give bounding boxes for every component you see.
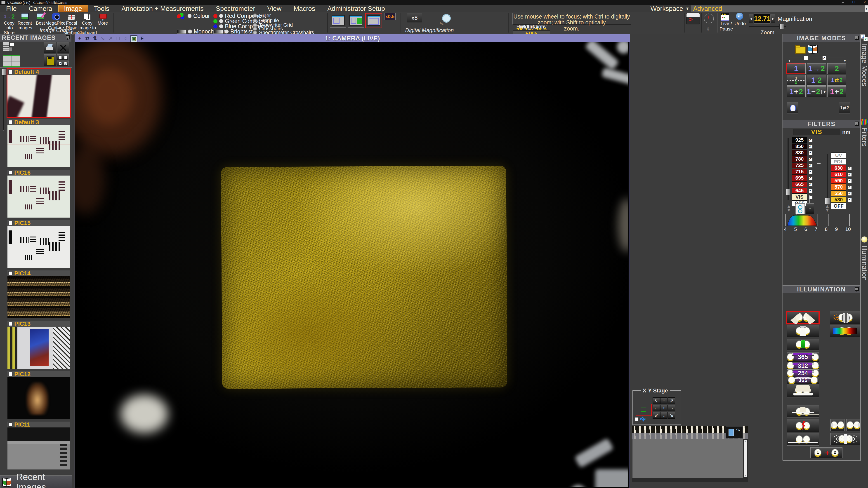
ir-filter-slider-knob[interactable]	[786, 189, 791, 195]
illumination-button[interactable]	[786, 405, 819, 418]
thumbnail-checkbox[interactable]	[8, 70, 12, 74]
filter-band[interactable]: 780	[792, 156, 807, 162]
menu-item[interactable]: Macros	[287, 5, 321, 12]
gold-specimen[interactable]	[221, 166, 507, 389]
filter-checkbox[interactable]	[848, 166, 852, 170]
filter-band[interactable]: OFF	[831, 203, 846, 209]
thumbnail-checkbox[interactable]	[8, 170, 12, 175]
stage-e[interactable]: →	[668, 404, 675, 412]
vis-filter-step-buttons[interactable]: ▲▼	[825, 204, 830, 212]
filter-checkbox[interactable]	[809, 170, 813, 174]
thumbnail-image[interactable]	[7, 427, 70, 469]
filter-band[interactable]: 925	[792, 137, 807, 143]
overview-body[interactable]	[632, 439, 743, 478]
menu-item[interactable]: Spectrometer	[210, 5, 261, 12]
magnification-value-box[interactable]: 12.71 ▼	[754, 13, 770, 24]
image-mode-button[interactable]: 1⇄2	[827, 75, 846, 86]
menu-item[interactable]: Image	[58, 5, 88, 13]
filter-band[interactable]: UV	[831, 153, 846, 158]
hand-pan-button[interactable]	[786, 102, 798, 113]
capture-overview-button[interactable]	[725, 426, 743, 438]
ir-filter-step-buttons[interactable]: ▲▼	[786, 204, 791, 212]
vis-filter-slider-track[interactable]	[827, 154, 828, 203]
menu-item[interactable]: Camera	[23, 5, 58, 12]
menu-item[interactable]: Administrator Setup	[321, 5, 391, 12]
filter-band[interactable]: 695	[792, 175, 807, 181]
filter-band[interactable]: 715	[792, 169, 807, 175]
colour-radio[interactable]	[187, 14, 192, 18]
menu-item[interactable]: View	[261, 5, 287, 12]
filter-band[interactable]: 665	[792, 182, 807, 187]
minimize-button[interactable]: –	[842, 0, 844, 4]
filter-checkbox[interactable]	[809, 176, 813, 180]
screen-zoom-button[interactable]: x0.5	[384, 13, 396, 20]
route-checkbox-2[interactable]	[822, 56, 827, 60]
uncheck-all-button[interactable]	[57, 55, 69, 60]
stage-nw[interactable]: ↖	[653, 397, 660, 404]
live-pause-icon[interactable]	[721, 13, 729, 21]
filter-band[interactable]: 590	[831, 178, 846, 184]
magnification-increase-button[interactable]: ▶	[771, 14, 775, 23]
dial-spinner[interactable]: ▲▼	[707, 26, 710, 31]
toolbar-button[interactable]: More	[95, 13, 111, 35]
illumination-button[interactable]: 254	[786, 369, 819, 377]
filter-checkbox[interactable]	[809, 138, 813, 142]
maximize-button[interactable]: □	[852, 0, 855, 4]
digital-magnification-option[interactable]: x8	[407, 13, 422, 23]
pin-icon[interactable]	[854, 121, 859, 126]
stage-home[interactable]: +	[660, 404, 668, 412]
illumination-button[interactable]	[786, 311, 819, 324]
recent-images-footer[interactable]: Recent Images	[0, 475, 72, 488]
illumination-button[interactable]	[786, 339, 819, 350]
Default 4[interactable]: Default 4	[7, 69, 70, 117]
filter-checkbox[interactable]	[809, 145, 813, 149]
filter-checkbox[interactable]	[809, 189, 813, 193]
image-mode-button[interactable]: 1+2	[786, 86, 806, 97]
filter-band[interactable]: 550	[831, 191, 846, 196]
workspace-scroll-arrow[interactable]: ▼	[865, 5, 868, 12]
thumbnail-checkbox[interactable]	[8, 422, 12, 427]
view-layout-dual-button[interactable]	[348, 13, 364, 28]
PIC12[interactable]: PIC12	[7, 371, 70, 419]
view-layout-full-button[interactable]	[365, 13, 382, 28]
image-mode-button[interactable]: 1→2	[807, 63, 826, 74]
stage-swap-checkbox[interactable]	[634, 417, 639, 421]
filter-band[interactable]: 530	[831, 197, 846, 203]
thumbnail-image[interactable]	[7, 75, 70, 117]
check-all-button[interactable]	[57, 61, 69, 66]
filter-band[interactable]: 850	[792, 143, 807, 149]
filter-band[interactable]: 630	[831, 165, 846, 171]
PIC11[interactable]: PIC11	[7, 422, 70, 469]
illumination-button[interactable]	[831, 419, 844, 431]
save-button[interactable]	[44, 55, 56, 66]
stage-n[interactable]: ↑	[660, 397, 668, 404]
illumination-button[interactable]	[830, 325, 861, 337]
thumbnail-image[interactable]	[7, 226, 70, 268]
menu-item[interactable]: Annotation + Measurements	[115, 5, 210, 12]
illumination-button[interactable]	[786, 420, 819, 432]
thumbnail-checkbox[interactable]	[8, 372, 12, 376]
menu-item[interactable]: File	[0, 5, 23, 12]
image-mode-button[interactable]: 1−2▼	[807, 86, 826, 97]
pin-icon[interactable]	[854, 35, 859, 40]
stage-ne[interactable]: ↗	[668, 397, 675, 404]
illumination-button[interactable]: 365	[786, 352, 819, 362]
thumbnail-scroll-track[interactable]	[3, 69, 4, 131]
tab-filters[interactable]: Filters	[861, 119, 868, 147]
Default 3[interactable]: Default 3	[7, 119, 70, 167]
magnification-decrease-button[interactable]: ◀	[749, 14, 753, 23]
PIC15[interactable]: PIC15	[7, 220, 70, 268]
PIC14[interactable]: PIC14	[7, 270, 70, 318]
filter-band[interactable]: VIS	[792, 194, 807, 200]
thumbnail-image[interactable]	[7, 377, 70, 419]
illumination-button[interactable]	[786, 433, 819, 446]
filter-insert-button[interactable]: ↑	[806, 203, 814, 214]
stack-checkbox[interactable]	[10, 42, 14, 46]
thumbnail-checkbox[interactable]	[8, 120, 12, 124]
camera-viewport[interactable]	[75, 42, 628, 487]
filter-checkbox[interactable]	[848, 198, 852, 202]
delete-button[interactable]	[57, 42, 69, 54]
filter-checkbox[interactable]	[809, 183, 813, 187]
filter-band[interactable]: 645	[792, 188, 807, 194]
filter-checkbox[interactable]	[848, 173, 852, 177]
